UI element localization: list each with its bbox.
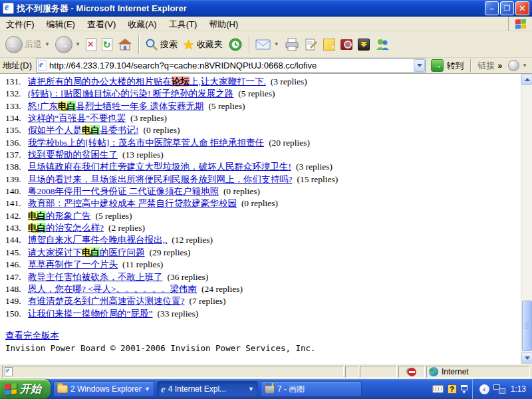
topic-replies: (3 replies): [271, 76, 307, 86]
history-button[interactable]: [226, 36, 245, 53]
links-chevron-icon: »: [497, 61, 501, 70]
mail-button[interactable]: ▼: [253, 37, 281, 52]
menu-tools[interactable]: 工具(T): [163, 17, 203, 31]
search-button[interactable]: 搜索: [143, 37, 180, 53]
blocked-icon: [408, 368, 416, 376]
language-bar: ? ▼: [432, 384, 472, 394]
topic-row: 146.草草再制作了一个片头(11 replies): [5, 259, 515, 271]
topic-replies: (3 replies): [130, 113, 167, 123]
topic-link[interactable]: 粤2008年停用一代身份证 二代证像须在户籍地照: [28, 186, 219, 196]
topic-text: 这样的“百强县”不要也罢: [28, 113, 126, 123]
topic-number: 132.: [5, 88, 28, 100]
edit-button[interactable]: [303, 37, 320, 53]
topic-row: 136.我学校bbs上的[转帖]：茂名市中医院草菅人命 拒绝承担责任(20 re…: [5, 137, 515, 149]
topic-replies: (0 replies): [223, 186, 260, 196]
norton-dropdown-icon: ▼: [522, 63, 527, 68]
highlighted-term: 论坛: [172, 76, 190, 86]
messenger-button[interactable]: [373, 37, 392, 53]
menu-file[interactable]: 文件(F): [0, 17, 41, 31]
topic-link[interactable]: 旦场的看过来，旦场派出所将便民利民服务放到网上，你们支持吗?: [28, 174, 293, 184]
topic-link[interactable]: 教导主任害怕被砍杀，不敢上班了: [28, 272, 163, 282]
taskbar-item-paint[interactable]: 7 - 画图: [261, 381, 362, 397]
topic-row: 131.请把所有的局的办公大楼的相片贴在论坛上,让大家鞭打一下.(3 repli…: [5, 76, 515, 88]
links-toolbar[interactable]: 链接 »: [475, 60, 503, 72]
stop-button[interactable]: ✕: [84, 37, 98, 53]
folder-icon: [57, 385, 68, 393]
topic-link[interactable]: 让我们来摸一摸物价局的“屁股”: [28, 309, 152, 319]
refresh-button[interactable]: ↻: [100, 37, 114, 53]
taskbar-item-internet-explorer[interactable]: e 4 Internet Expl... ▼: [157, 381, 258, 397]
topic-link[interactable]: 电白的形象广告: [28, 211, 91, 221]
topic-link[interactable]: 我学校bbs上的[转帖]：茂名市中医院草菅人命 拒绝承担责任: [28, 138, 264, 148]
topic-list: 131.请把所有的局的办公大楼的相片贴在论坛上,让大家鞭打一下.(3 repli…: [0, 74, 532, 320]
address-url-text: http://64.233.179.104/search?q=cache:n8V…: [49, 61, 414, 70]
stop-icon: ✕: [86, 38, 96, 51]
start-button[interactable]: 开始: [0, 379, 51, 399]
topic-link[interactable]: 怒!广东电白县烈士牺牲一年多 遗体安葬无期: [28, 101, 203, 111]
help-question-icon[interactable]: ?: [448, 384, 457, 394]
back-button[interactable]: ← 后退 ▼: [3, 35, 52, 55]
topic-link[interactable]: 电白的治安怎么样?: [28, 223, 104, 233]
topic-row: 147.教导主任害怕被砍杀，不敢上班了(36 replies): [5, 271, 515, 283]
topic-replies: (5 replies): [208, 101, 245, 111]
tray-collapse-icon[interactable]: ‹: [479, 384, 489, 394]
address-input[interactable]: e http://64.233.179.104/search?q=cache:n…: [36, 59, 426, 72]
scroll-up-button[interactable]: [521, 74, 532, 85]
topic-link[interactable]: 教育部：严控高中建校成本 严禁自行贷款建豪华校园: [28, 198, 237, 208]
taskbar-item-windows-explorer[interactable]: 2 Windows Explorer ▼: [53, 381, 154, 397]
task-label: 2 Windows Explorer: [70, 384, 142, 394]
topic-link[interactable]: 假如半个人是电白县委书记!: [28, 125, 139, 135]
topic-link[interactable]: 请大家探讨下电白的医疗问题: [28, 247, 145, 257]
menu-edit[interactable]: 编辑(E): [41, 17, 81, 31]
group-dropdown-icon: ▼: [144, 386, 150, 392]
go-button[interactable]: → 转到: [428, 59, 466, 72]
address-dropdown-button[interactable]: [414, 59, 425, 72]
topic-link[interactable]: 旦场镇政府在我们村庄旁建立大型垃圾池，破坏人民群众环境卫生!: [28, 162, 291, 172]
keyboard-icon[interactable]: [432, 385, 444, 393]
topic-row: 148.恩人，您在哪? <寻人>。。。。。。梁伟南(24 replies): [5, 283, 515, 295]
highlighted-term: 电: [82, 247, 91, 257]
highlighted-term: 白: [67, 101, 76, 111]
topic-row: 135.假如半个人是电白县委书记!(0 replies): [5, 124, 515, 136]
internet-globe-icon: [429, 367, 438, 376]
close-button[interactable]: ✕: [515, 1, 529, 15]
home-button[interactable]: [116, 37, 134, 53]
menu-help[interactable]: 帮助(H): [203, 17, 244, 31]
refresh-icon: ↻: [102, 38, 112, 51]
task-label: 4 Internet Expl...: [168, 384, 226, 394]
topic-number: 133.: [5, 100, 28, 112]
topic-link[interactable]: 请把所有的局的办公大楼的相片贴在论坛上,让大家鞭打一下.: [28, 76, 266, 86]
print-button[interactable]: [283, 37, 301, 53]
topic-link[interactable]: 这样的“百强县”不要也罢: [28, 113, 126, 123]
topic-link[interactable]: (转贴)：[贴图]触目惊心的污染! 断子绝孙的发展之路: [28, 88, 233, 98]
topic-link[interactable]: 恩人，您在哪? <寻人>。。。。。。梁伟南: [28, 284, 197, 294]
scrollbar-thumb[interactable]: [522, 301, 532, 351]
discuss-button[interactable]: [321, 37, 337, 52]
system-tray: ‹ 1:13: [472, 379, 532, 399]
topic-text: 我学校bbs上的[转帖]：茂名市中医院草菅人命 拒绝承担责任: [28, 138, 264, 148]
topic-replies: (20 replies): [269, 138, 310, 148]
topic-link[interactable]: 找到要帮助的贫困生了: [28, 150, 118, 160]
topic-link[interactable]: 博贺自来水厂事件今晚电视台报出,,: [28, 235, 167, 245]
topic-row: 144.博贺自来水厂事件今晚电视台报出,,(12 replies): [5, 234, 515, 246]
scroll-down-button[interactable]: [521, 352, 532, 364]
vertical-scrollbar[interactable]: [521, 74, 532, 364]
minimize-button[interactable]: –: [485, 1, 499, 15]
minimized-window-icon[interactable]: ▼: [461, 385, 467, 394]
favorites-button[interactable]: ★ 收藏夹: [181, 37, 225, 53]
history-icon: [228, 37, 243, 52]
topic-link[interactable]: 有谁清楚茂名到广州高速雷达测速位置?: [28, 296, 185, 306]
forward-button[interactable]: → ▼: [53, 35, 82, 55]
network-icon[interactable]: [493, 384, 505, 394]
restore-button[interactable]: ❐: [500, 1, 514, 15]
research-button[interactable]: [338, 38, 354, 51]
full-version-link[interactable]: 查看完全版本: [5, 330, 59, 342]
menu-favorites[interactable]: 收藏(A): [122, 17, 162, 31]
topic-row: 138.旦场镇政府在我们村庄旁建立大型垃圾池，破坏人民群众环境卫生!(3 rep…: [5, 161, 515, 173]
norton-button[interactable]: ▼: [506, 59, 529, 72]
ie-window-icon: e: [3, 3, 14, 14]
topic-link[interactable]: 草草再制作了一个片头: [28, 259, 118, 269]
menu-bar: 文件(F) 编辑(E) 查看(V) 收藏(A) 工具(T) 帮助(H): [0, 17, 532, 31]
menu-view[interactable]: 查看(V): [81, 17, 122, 31]
flashget-button[interactable]: [356, 37, 372, 52]
